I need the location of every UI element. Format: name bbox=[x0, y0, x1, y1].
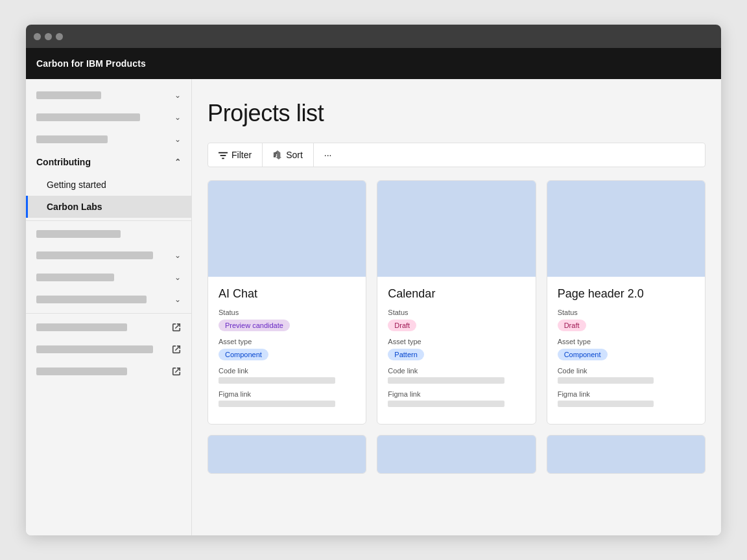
more-button[interactable]: ··· bbox=[314, 143, 342, 167]
chevron-up-icon: ⌃ bbox=[174, 158, 181, 167]
card-asset-label-page-header: Asset type bbox=[558, 338, 694, 345]
browser-chrome bbox=[26, 25, 721, 48]
filter-icon bbox=[219, 150, 228, 159]
card-figma-label-page-header: Figma link bbox=[558, 390, 694, 398]
card-partial-1[interactable] bbox=[208, 435, 366, 474]
card-partial-2[interactable] bbox=[377, 435, 536, 474]
card-body-ai-chat: AI Chat Status Preview candidate Asset t… bbox=[208, 277, 366, 424]
cards-grid: AI Chat Status Preview candidate Asset t… bbox=[208, 180, 706, 474]
more-icon: ··· bbox=[324, 150, 332, 160]
browser-window: Carbon for IBM Products ⌄ ⌄ ⌄ Contributi… bbox=[26, 25, 721, 535]
sidebar-item-4[interactable] bbox=[26, 224, 191, 244]
main-content: Projects list Filter Sort · bbox=[192, 79, 721, 535]
chevron-down-icon-1: ⌄ bbox=[174, 91, 181, 100]
card-status-field-page-header: Status Draft bbox=[558, 309, 694, 331]
chevron-down-icon-2: ⌄ bbox=[174, 113, 181, 122]
card-code-field-page-header: Code link bbox=[558, 367, 694, 384]
browser-dot-3 bbox=[56, 33, 63, 40]
sidebar-bar-2 bbox=[36, 113, 140, 121]
carbon-labs-label: Carbon Labs bbox=[47, 202, 102, 212]
app-body: ⌄ ⌄ ⌄ Contributing ⌃ Getting started Car… bbox=[26, 79, 721, 535]
sidebar-item-external-1[interactable] bbox=[26, 316, 191, 338]
card-asset-field-ai-chat: Asset type Component bbox=[219, 338, 355, 360]
chevron-down-icon-7: ⌄ bbox=[174, 295, 181, 304]
sidebar-bar-ext-2 bbox=[36, 345, 153, 353]
browser-dot-2 bbox=[45, 33, 52, 40]
card-ai-chat[interactable]: AI Chat Status Preview candidate Asset t… bbox=[208, 180, 366, 425]
card-status-label-ai-chat: Status bbox=[219, 309, 355, 316]
card-calendar[interactable]: Calendar Status Draft Asset type Pattern… bbox=[377, 180, 536, 425]
card-body-calendar: Calendar Status Draft Asset type Pattern… bbox=[377, 277, 535, 424]
card-image-page-header bbox=[547, 181, 705, 277]
status-badge-ai-chat: Preview candidate bbox=[219, 320, 290, 331]
filter-label: Filter bbox=[231, 150, 252, 160]
card-status-field-calendar: Status Draft bbox=[388, 309, 525, 331]
card-figma-label-calendar: Figma link bbox=[388, 390, 525, 398]
card-asset-field-page-header: Asset type Component bbox=[558, 338, 694, 360]
status-badge-page-header: Draft bbox=[558, 320, 586, 331]
sidebar-bar-1 bbox=[36, 91, 101, 99]
external-link-icon-3 bbox=[172, 367, 181, 376]
filter-button[interactable]: Filter bbox=[208, 143, 263, 167]
card-partial-image-1 bbox=[208, 436, 366, 474]
card-body-page-header: Page header 2.0 Status Draft Asset type … bbox=[547, 277, 705, 424]
sidebar-divider-1 bbox=[26, 220, 191, 221]
sidebar-bar-ext-3 bbox=[36, 368, 127, 375]
asset-badge-calendar: Pattern bbox=[388, 349, 423, 360]
sidebar-bar-7 bbox=[36, 296, 147, 303]
sidebar-item-2[interactable]: ⌄ bbox=[26, 106, 191, 128]
asset-badge-ai-chat: Component bbox=[219, 349, 268, 360]
sidebar-bar-6 bbox=[36, 274, 114, 281]
chevron-down-icon-6: ⌄ bbox=[174, 273, 181, 282]
card-asset-label-ai-chat: Asset type bbox=[219, 338, 355, 345]
card-code-label-calendar: Code link bbox=[388, 367, 525, 375]
code-link-bar-calendar bbox=[388, 377, 504, 384]
sidebar-item-7[interactable]: ⌄ bbox=[26, 288, 191, 310]
card-code-label-page-header: Code link bbox=[558, 367, 694, 375]
sidebar-bar-ext-1 bbox=[36, 323, 127, 331]
card-partial-3[interactable] bbox=[547, 435, 706, 474]
code-link-bar-page-header bbox=[558, 377, 654, 384]
card-figma-field-page-header: Figma link bbox=[558, 390, 694, 407]
chevron-down-icon-3: ⌄ bbox=[174, 135, 181, 144]
code-link-bar-ai-chat bbox=[219, 377, 335, 384]
sidebar-item-external-2[interactable] bbox=[26, 338, 191, 360]
app-header: Carbon for IBM Products bbox=[26, 48, 721, 79]
card-partial-image-3 bbox=[547, 436, 705, 474]
card-status-label-page-header: Status bbox=[558, 309, 694, 316]
card-figma-field-ai-chat: Figma link bbox=[219, 390, 355, 407]
contributing-label: Contributing bbox=[36, 157, 91, 167]
figma-link-bar-calendar bbox=[388, 401, 504, 407]
card-image-ai-chat bbox=[208, 181, 366, 277]
card-code-field-ai-chat: Code link bbox=[219, 367, 355, 384]
card-status-field-ai-chat: Status Preview candidate bbox=[219, 309, 355, 331]
sidebar-divider-2 bbox=[26, 313, 191, 314]
sidebar-child-carbon-labs[interactable]: Carbon Labs bbox=[26, 196, 191, 218]
asset-badge-page-header: Component bbox=[558, 349, 608, 360]
sidebar-section-contributing[interactable]: Contributing ⌃ bbox=[26, 150, 191, 174]
external-link-icon-2 bbox=[172, 345, 181, 354]
card-code-label-ai-chat: Code link bbox=[219, 367, 355, 375]
sidebar-child-getting-started[interactable]: Getting started bbox=[26, 174, 191, 196]
sidebar-item-1[interactable]: ⌄ bbox=[26, 84, 191, 106]
sidebar-item-6[interactable]: ⌄ bbox=[26, 266, 191, 288]
sidebar-item-5[interactable]: ⌄ bbox=[26, 244, 191, 266]
page-title: Projects list bbox=[208, 100, 706, 127]
app-title: Carbon for IBM Products bbox=[36, 58, 146, 69]
chevron-down-icon-5: ⌄ bbox=[174, 251, 181, 260]
card-image-calendar bbox=[377, 181, 535, 277]
card-figma-field-calendar: Figma link bbox=[388, 390, 525, 407]
card-title-ai-chat: AI Chat bbox=[219, 287, 355, 301]
card-code-field-calendar: Code link bbox=[388, 367, 525, 384]
sort-button[interactable]: Sort bbox=[263, 143, 314, 167]
sidebar-item-external-3[interactable] bbox=[26, 360, 191, 382]
status-badge-calendar: Draft bbox=[388, 320, 416, 331]
sidebar-bar-5 bbox=[36, 251, 153, 259]
card-asset-field-calendar: Asset type Pattern bbox=[388, 338, 525, 360]
card-status-label-calendar: Status bbox=[388, 309, 525, 316]
sidebar-item-3[interactable]: ⌄ bbox=[26, 128, 191, 150]
card-title-page-header: Page header 2.0 bbox=[558, 287, 694, 301]
figma-link-bar-page-header bbox=[558, 401, 654, 407]
toolbar: Filter Sort ··· bbox=[208, 143, 706, 167]
card-page-header[interactable]: Page header 2.0 Status Draft Asset type … bbox=[547, 180, 706, 425]
